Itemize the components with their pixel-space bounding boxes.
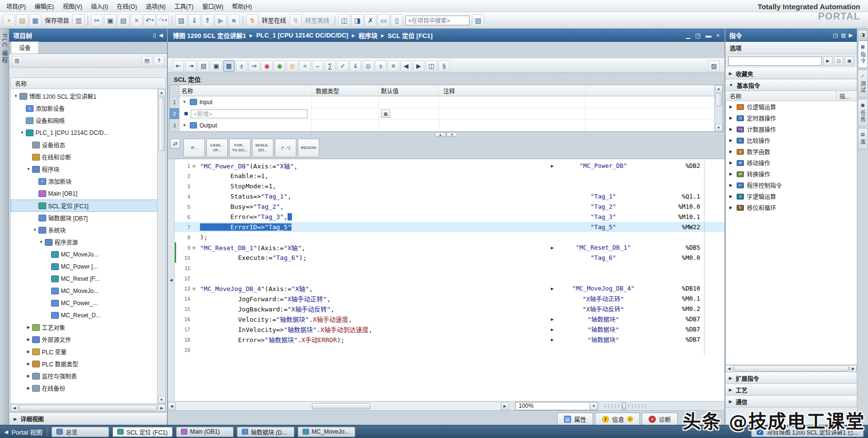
tree-item-axis-db7[interactable]: 轴数据块 [DB7] bbox=[11, 212, 165, 224]
fold-toggle-icon[interactable]: ⊟ bbox=[193, 286, 200, 291]
code-line-10[interactable]: 10 Execute:="Tag_6");"Tag_6"%M0.0 bbox=[175, 253, 724, 263]
collapse-icon[interactable]: ▼ bbox=[25, 167, 32, 171]
menu-item-4[interactable]: 插入(I) bbox=[87, 0, 112, 12]
cross-references-icon[interactable]: ✗ bbox=[364, 14, 377, 26]
expand-icon[interactable]: ▶ bbox=[25, 325, 32, 329]
tree-item-scl-fc1[interactable]: SCL 定位 [FC1] bbox=[11, 200, 165, 212]
tree-item-external-sources[interactable]: ▶外部源文件 bbox=[11, 333, 165, 346]
scroll-down-icon[interactable]: ▼ bbox=[158, 396, 165, 403]
code-line-14[interactable]: 14 JogForward:="X轴手动正转","X轴手动正转"%M0.1 bbox=[175, 293, 724, 304]
chevron-down-icon[interactable]: ▼ bbox=[590, 402, 597, 410]
tree-item-plc-tags[interactable]: ▶PLC 变量 bbox=[11, 346, 165, 358]
code-text[interactable]: JogForward:="X轴手动正转", bbox=[200, 294, 547, 303]
scrollbar-thumb[interactable] bbox=[716, 93, 722, 106]
tag-annotation[interactable]: "轴数据块" bbox=[557, 314, 650, 324]
tree-item-mc-power-db[interactable]: MC_Power_... bbox=[11, 297, 165, 309]
undo-button[interactable]: ↶▾ bbox=[144, 14, 156, 26]
code-text[interactable]: JogBackward:="X轴手动反转", bbox=[200, 304, 547, 313]
next-error-icon[interactable]: ◉ bbox=[261, 60, 272, 72]
pin-panel-icon[interactable]: ▥ bbox=[841, 32, 846, 38]
instruction-group-9[interactable]: ▶∧字逻辑运算 bbox=[726, 191, 857, 202]
code-text[interactable]: Status=>"Tag_1", bbox=[200, 193, 547, 200]
tree-item-program-blocks[interactable]: ▼程序块 bbox=[11, 163, 165, 175]
tab-properties[interactable]: ▤ 属性 bbox=[557, 413, 593, 425]
tree-item-main-ob1[interactable]: Main [OB1] bbox=[11, 187, 165, 200]
expand-icon[interactable]: ▶ bbox=[729, 127, 734, 131]
tab-devices[interactable]: 设备 bbox=[11, 41, 39, 54]
expand-icon[interactable]: ▶ bbox=[25, 337, 32, 342]
menu-item-5[interactable]: 在线(O) bbox=[112, 0, 141, 12]
collapse-icon[interactable]: ▼ bbox=[38, 240, 44, 244]
tag-annotation[interactable]: "Tag_3" bbox=[557, 213, 650, 220]
float-panel-icon[interactable]: ▯ bbox=[153, 32, 156, 38]
collapse-all-icon[interactable]: ⇑ bbox=[154, 56, 164, 66]
new-project-icon[interactable]: + bbox=[3, 14, 15, 26]
code-line-1[interactable]: 1⊟"MC_Power_DB"(Axis:="X轴",▶"MC_Power_DB… bbox=[175, 161, 724, 171]
expand-icon[interactable]: ▶ bbox=[729, 399, 732, 404]
code-text[interactable]: Error=>"轴数据块".X手动ERROR); bbox=[200, 335, 547, 344]
scrollbar-thumb[interactable] bbox=[19, 405, 157, 411]
tree-item-add-new-block[interactable]: +添加新块 bbox=[11, 175, 165, 187]
scroll-down-icon[interactable]: ▼ bbox=[715, 124, 723, 131]
section-communication[interactable]: ▶ 通信 bbox=[725, 396, 857, 407]
expand-icon[interactable]: ▶ bbox=[729, 138, 734, 143]
tree-item-mc-reset-fb[interactable]: MC_Reset [F... bbox=[11, 273, 165, 285]
panel-layout-icon[interactable]: ◨ bbox=[858, 30, 868, 39]
expand-icon[interactable]: ▶ bbox=[729, 149, 734, 154]
code-line-8[interactable]: 8); bbox=[175, 232, 724, 242]
name-cell[interactable]: <新增> bbox=[180, 108, 312, 119]
tag-annotation[interactable]: "Tag_6" bbox=[557, 254, 650, 261]
code-line-19[interactable]: 19 bbox=[175, 345, 724, 355]
address-annotation[interactable]: %M0.2 bbox=[650, 305, 704, 312]
tab-diagnostics[interactable]: + 诊断 bbox=[642, 413, 678, 425]
code-horizontal-scrollbar[interactable]: ◀ ▶ bbox=[168, 402, 508, 410]
instruction-group-8[interactable]: ▶↵程序控制指令 bbox=[726, 180, 857, 191]
section-technology[interactable]: ▶ 工艺 bbox=[725, 384, 857, 396]
expand-icon[interactable]: ▶ bbox=[729, 205, 734, 210]
section-basic-instructions[interactable]: ▼ 基本指令 bbox=[725, 79, 857, 91]
taskbar-item-mc-movejog[interactable]: MC_MoveJo... bbox=[298, 427, 355, 437]
favorites-view-icon[interactable]: ▣ bbox=[845, 56, 854, 66]
code-line-12[interactable]: 12 bbox=[175, 273, 724, 283]
tag-annotation[interactable]: "MC_Reset_DB_1" bbox=[557, 244, 650, 251]
toggle-sidebar-icon[interactable]: ⇄ bbox=[170, 139, 180, 148]
code-text[interactable]: ErrorID=>"Tag_5" bbox=[200, 223, 547, 231]
scroll-left-icon[interactable]: ◀ bbox=[725, 365, 733, 372]
code-line-7[interactable]: 7 ErrorID=>"Tag_5""Tag_5"%MW22 bbox=[175, 222, 724, 232]
tree-item-device-configuration[interactable]: 设备组态 bbox=[11, 139, 165, 151]
scroll-up-icon[interactable]: ▲ bbox=[158, 89, 165, 96]
comment-cell[interactable] bbox=[439, 108, 585, 119]
tree-item-online-backups[interactable]: ▶在线备份 bbox=[11, 382, 165, 394]
default-value-cell[interactable] bbox=[379, 96, 439, 108]
value-picker-icon[interactable]: ▦ bbox=[381, 110, 390, 118]
slider-thumb[interactable] bbox=[622, 402, 626, 410]
splitter-up-icon[interactable]: ▲ bbox=[435, 132, 446, 137]
column-header-4[interactable]: 注释 bbox=[439, 85, 585, 96]
datatype-cell[interactable] bbox=[312, 96, 379, 108]
scroll-up-icon[interactable]: ▲ bbox=[715, 85, 723, 92]
profile-view-icon[interactable]: ◫ bbox=[834, 56, 843, 66]
tag-annotation[interactable]: "Tag_5" bbox=[557, 223, 650, 231]
instruction-group-5[interactable]: ▶±数学函数 bbox=[726, 146, 857, 157]
download-block-icon[interactable]: ⇓ bbox=[350, 60, 361, 72]
dock-tab-指令[interactable]: ▦指令 bbox=[858, 40, 868, 68]
collapse-code-margin-button[interactable]: ◀ bbox=[168, 159, 175, 401]
taskbar-item-axis-db[interactable]: 轴数据块 (D... bbox=[237, 427, 294, 437]
navigate-back-icon[interactable]: ◀ bbox=[400, 60, 412, 72]
expand-icon[interactable]: ▶ bbox=[729, 116, 734, 120]
scroll-left-icon[interactable]: ◀ bbox=[168, 402, 175, 410]
editor-layout-icon[interactable]: ▨ bbox=[708, 60, 720, 72]
column-header-2[interactable]: 数据类型 bbox=[312, 85, 379, 96]
stop-cpu-icon[interactable]: ■ bbox=[228, 14, 240, 26]
expand-icon[interactable]: ▶ bbox=[14, 417, 17, 421]
go-online-button[interactable]: 转至在线 bbox=[259, 16, 289, 25]
open-project-icon[interactable]: ▤ bbox=[16, 14, 28, 26]
collapse-icon[interactable]: ▼ bbox=[729, 83, 733, 88]
expand-icon[interactable]: ▶ bbox=[25, 362, 32, 366]
tree-item-system-blocks[interactable]: ▼系统块 bbox=[11, 224, 165, 236]
column-header-3[interactable]: 默认值 bbox=[379, 85, 439, 96]
code-text[interactable]: Velocity:="轴数据块".X轴手动速度, bbox=[200, 314, 547, 324]
tab-info[interactable]: i 信息 i bbox=[595, 413, 640, 425]
comment-cell[interactable] bbox=[439, 120, 585, 131]
copy-icon[interactable]: ▣ bbox=[104, 14, 116, 26]
